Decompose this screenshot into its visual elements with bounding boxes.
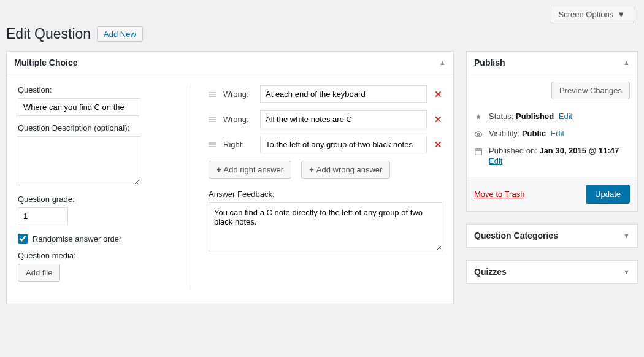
answer-type-label: Right: bbox=[223, 140, 253, 149]
answer-type-label: Wrong: bbox=[223, 90, 253, 99]
remove-answer-icon[interactable]: ✕ bbox=[434, 139, 442, 150]
add-wrong-answer-button[interactable]: +Add wrong answer bbox=[301, 161, 390, 178]
status-label: Status: bbox=[489, 112, 516, 121]
plus-icon: + bbox=[309, 165, 314, 174]
collapse-icon: ▲ bbox=[623, 59, 630, 66]
answer-type-label: Wrong: bbox=[223, 115, 253, 124]
answer-input[interactable] bbox=[260, 110, 427, 128]
answer-input[interactable] bbox=[260, 85, 427, 103]
question-grade-input[interactable] bbox=[18, 207, 68, 225]
visibility-label: Visibility: bbox=[489, 129, 522, 138]
answer-row: Wrong: ✕ bbox=[209, 110, 442, 128]
published-label: Published on: bbox=[489, 146, 539, 155]
feedback-label: Answer Feedback: bbox=[209, 190, 442, 199]
add-file-button[interactable]: Add file bbox=[18, 264, 60, 282]
quizzes-header[interactable]: Quizzes ▼ bbox=[467, 261, 637, 283]
pin-icon bbox=[474, 112, 483, 121]
randomise-label: Randomise answer order bbox=[33, 234, 121, 244]
screen-options-toggle[interactable]: Screen Options ▼ bbox=[550, 6, 634, 23]
edit-status-link[interactable]: Edit bbox=[559, 112, 572, 121]
question-input[interactable] bbox=[18, 98, 140, 116]
update-button[interactable]: Update bbox=[586, 185, 630, 204]
chevron-down-icon: ▼ bbox=[617, 10, 625, 19]
svg-point-0 bbox=[477, 133, 480, 136]
question-desc-textarea[interactable] bbox=[18, 136, 140, 185]
calendar-icon bbox=[474, 146, 483, 156]
randomise-checkbox[interactable] bbox=[18, 234, 28, 244]
answer-row: Right: ✕ bbox=[209, 136, 442, 153]
plus-icon: + bbox=[217, 165, 221, 174]
drag-handle-icon[interactable] bbox=[209, 92, 216, 97]
svg-rect-1 bbox=[475, 149, 482, 155]
publish-title: Publish bbox=[474, 58, 505, 67]
publish-header[interactable]: Publish ▲ bbox=[467, 52, 637, 74]
move-to-trash-link[interactable]: Move to Trash bbox=[474, 190, 524, 199]
question-desc-label: Question Description (optional): bbox=[18, 123, 165, 132]
quizzes-title: Quizzes bbox=[474, 267, 507, 277]
question-categories-header[interactable]: Question Categories ▼ bbox=[467, 225, 637, 247]
multiple-choice-header[interactable]: Multiple Choice ▲ bbox=[7, 52, 453, 74]
question-categories-title: Question Categories bbox=[474, 231, 558, 240]
media-label: Question media: bbox=[18, 251, 165, 260]
answer-row: Wrong: ✕ bbox=[209, 85, 442, 103]
edit-date-link[interactable]: Edit bbox=[489, 156, 502, 166]
edit-visibility-link[interactable]: Edit bbox=[551, 129, 564, 138]
add-new-button[interactable]: Add New bbox=[97, 26, 143, 42]
feedback-textarea[interactable]: You can find a C note directly to the le… bbox=[209, 202, 442, 251]
question-label: Question: bbox=[18, 85, 165, 94]
publish-panel: Publish ▲ Preview Changes Status: Publis… bbox=[466, 51, 638, 212]
quizzes-panel: Quizzes ▼ bbox=[466, 260, 638, 284]
remove-answer-icon[interactable]: ✕ bbox=[434, 114, 442, 125]
multiple-choice-title: Multiple Choice bbox=[14, 58, 77, 67]
drag-handle-icon[interactable] bbox=[209, 142, 216, 147]
page-title: Edit Question bbox=[6, 26, 91, 42]
drag-handle-icon[interactable] bbox=[209, 117, 216, 122]
screen-options-label: Screen Options bbox=[559, 10, 614, 19]
preview-changes-button[interactable]: Preview Changes bbox=[551, 82, 630, 99]
multiple-choice-panel: Multiple Choice ▲ Question: Question Des… bbox=[6, 51, 454, 304]
expand-icon: ▼ bbox=[623, 268, 630, 275]
collapse-icon: ▲ bbox=[439, 59, 446, 66]
status-value: Published bbox=[516, 112, 554, 121]
expand-icon: ▼ bbox=[623, 232, 630, 239]
visibility-value: Public bbox=[522, 129, 546, 138]
published-value: Jan 30, 2015 @ 11:47 bbox=[539, 146, 619, 155]
question-grade-label: Question grade: bbox=[18, 194, 165, 204]
question-categories-panel: Question Categories ▼ bbox=[466, 224, 638, 248]
answer-input[interactable] bbox=[260, 136, 427, 153]
add-right-answer-button[interactable]: +Add right answer bbox=[209, 161, 291, 178]
visibility-icon bbox=[474, 129, 483, 139]
remove-answer-icon[interactable]: ✕ bbox=[434, 89, 442, 100]
